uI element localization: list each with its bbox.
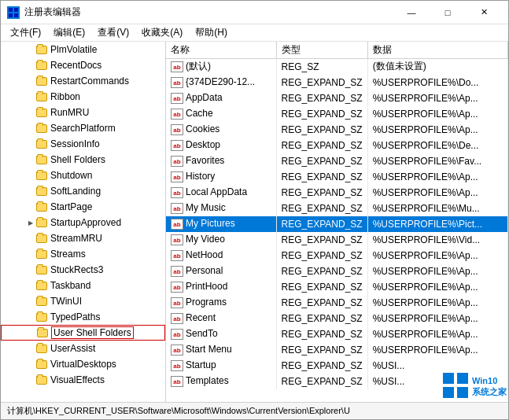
table-row[interactable]: ab{374DE290-12...REG_EXPAND_SZ%USERPROFI… [166,75,508,90]
tree-item-startpage[interactable]: StartPage [1,199,165,215]
tree-item-label: TWinUI [50,296,82,307]
table-row[interactable]: abSendToREG_EXPAND_SZ%USERPROFILE%\Ap... [166,326,508,342]
menu-favorites[interactable]: 收藏夹(A) [135,24,189,41]
registry-name: abNetHood [166,248,276,263]
tree-item-streams[interactable]: Streams [1,246,165,262]
table-row[interactable]: abCacheREG_EXPAND_SZ%USERPROFILE%\Ap... [166,106,508,122]
registry-name: abStartup [166,358,276,374]
folder-icon [35,60,48,71]
table-row[interactable]: abStart MenuREG_EXPAND_SZ%USERPROFILE%\A… [166,342,508,358]
tree-arrow [26,281,35,290]
svg-rect-4 [443,373,454,384]
tree-item-shell-folders[interactable]: Shell Folders [1,152,165,168]
registry-name: ab(默认) [166,59,276,75]
tree-item-softlanding[interactable]: SoftLanding [1,183,165,199]
folder-icon [35,44,48,55]
registry-type: REG_EXPAND_SZ [276,342,367,358]
tree-item-startupapproved[interactable]: ▶StartupApproved [1,215,165,230]
registry-name: abStart Menu [166,342,276,358]
registry-type: REG_EXPAND_SZ [276,326,367,342]
tree-arrow [26,234,35,243]
registry-name: abMy Music [166,201,276,216]
registry-name: abCache [166,106,276,122]
registry-type: REG_EXPAND_SZ [276,90,367,106]
folder-icon [35,107,48,118]
tree-item-sessioninfo[interactable]: SessionInfo [1,136,165,152]
tree-item-recentdocs[interactable]: RecentDocs [1,57,165,73]
registry-type: REG_EXPAND_SZ [276,311,367,326]
table-row[interactable]: abDesktopREG_EXPAND_SZ%USERPROFILE%\De..… [166,138,508,153]
table-row[interactable]: abProgramsREG_EXPAND_SZ%USERPROFILE%\Ap.… [166,295,508,311]
table-row[interactable]: abMy VideoREG_EXPAND_SZ%USERPROFILE%\Vid… [166,232,508,248]
folder-icon [35,311,48,322]
table-row[interactable]: abPrintHoodREG_EXPAND_SZ%USERPROFILE%\Ap… [166,279,508,295]
svg-rect-1 [14,8,18,12]
tree-item-label: UserAssist [50,343,95,354]
menu-file[interactable]: 文件(F) [4,24,47,41]
tree-item-streammru[interactable]: StreamMRU [1,230,165,246]
table-row[interactable]: abCookiesREG_EXPAND_SZ%USERPROFILE%\Ap..… [166,122,508,138]
menu-help[interactable]: 帮助(H) [189,24,234,41]
tree-arrow [26,202,35,212]
registry-name: abLocal AppData [166,185,276,201]
tree-item-taskband[interactable]: Taskband [1,278,165,293]
tree-item-runmru[interactable]: RunMRU [1,105,165,120]
registry-name: abCookies [166,122,276,138]
tree-item-restartcommands[interactable]: RestartCommands [1,73,165,89]
tree-item-stuckrects3[interactable]: StuckRects3 [1,262,165,278]
tree-item-label: SearchPlatform [50,123,116,134]
close-button[interactable]: ✕ [466,1,502,24]
app-icon [7,6,20,19]
tree-item-userassist[interactable]: UserAssist [1,341,165,356]
tree-item-shutdown[interactable]: Shutdown [1,168,165,183]
tree-item-visualeffects[interactable]: VisualEffects [1,372,165,388]
menu-edit[interactable]: 编辑(E) [47,24,91,41]
registry-data: %USERPROFILE%\Ap... [367,295,507,311]
tree-item-label: StartupApproved [50,217,121,228]
tree-item-searchplatform[interactable]: SearchPlatform [1,120,165,136]
folder-icon [35,170,48,181]
folder-icon [35,76,48,87]
folder-icon [35,374,48,385]
tree-item-label: StreamMRU [50,233,102,244]
registry-data: %USERPROFILE%\Ap... [367,342,507,358]
table-row[interactable]: abHistoryREG_EXPAND_SZ%USERPROFILE%\Ap..… [166,169,508,185]
table-row[interactable]: abFavoritesREG_EXPAND_SZ%USERPROFILE%\Fa… [166,153,508,169]
svg-rect-2 [9,13,13,17]
tree-item-label: StuckRects3 [50,264,103,275]
registry-editor-window: 注册表编辑器 — □ ✕ 文件(F) 编辑(E) 查看(V) 收藏夹(A) 帮助… [0,0,509,420]
tree-item-ribbon[interactable]: Ribbon [1,89,165,105]
tree-item-typedpaths[interactable]: TypedPaths [1,309,165,325]
folder-icon [35,264,48,275]
svg-rect-7 [457,387,468,398]
tree-item-virtualdesktops[interactable]: VirtualDesktops [1,356,165,372]
tree-arrow [26,344,35,353]
table-row[interactable]: abNetHoodREG_EXPAND_SZ%USERPROFILE%\Ap..… [166,248,508,263]
registry-type: REG_EXPAND_SZ [276,75,367,90]
tree-arrow [26,171,35,180]
table-row[interactable]: abAppDataREG_EXPAND_SZ%USERPROFILE%\Ap..… [166,90,508,106]
table-row[interactable]: abRecentREG_EXPAND_SZ%USERPROFILE%\Ap... [166,311,508,326]
folder-icon [35,154,48,165]
registry-name: abRecent [166,311,276,326]
table-row[interactable]: abPersonalREG_EXPAND_SZ%USERPROFILE%\Ap.… [166,263,508,279]
tree-arrow [26,61,35,70]
registry-type: REG_EXPAND_SZ [276,216,367,232]
registry-name: abAppData [166,90,276,106]
menu-view[interactable]: 查看(V) [91,24,135,41]
tree-item-plmvolatile[interactable]: PlmVolatile [1,42,165,57]
tree-item-twinui[interactable]: TWinUI [1,293,165,309]
minimize-button[interactable]: — [393,1,430,24]
tree-item-label: VisualEffects [50,374,105,385]
table-row[interactable]: abLocal AppDataREG_EXPAND_SZ%USERPROFILE… [166,185,508,201]
table-row[interactable]: abMy MusicREG_EXPAND_SZ%USERPROFILE%\Mu.… [166,201,508,216]
maximize-button[interactable]: □ [430,1,466,24]
registry-data: %USERPROFILE%\Pict... [367,216,507,232]
table-row[interactable]: abMy PicturesREG_EXPAND_SZ%USERPROFILE%\… [166,216,508,232]
tree-item-user-shell-folders[interactable]: User Shell Folders [1,325,165,341]
tree-arrow [26,297,35,306]
table-row[interactable]: ab(默认)REG_SZ(数值未设置) [166,59,508,75]
registry-name: abPrintHood [166,279,276,295]
registry-type: REG_EXPAND_SZ [276,201,367,216]
tree-item-label: SoftLanding [50,186,101,197]
